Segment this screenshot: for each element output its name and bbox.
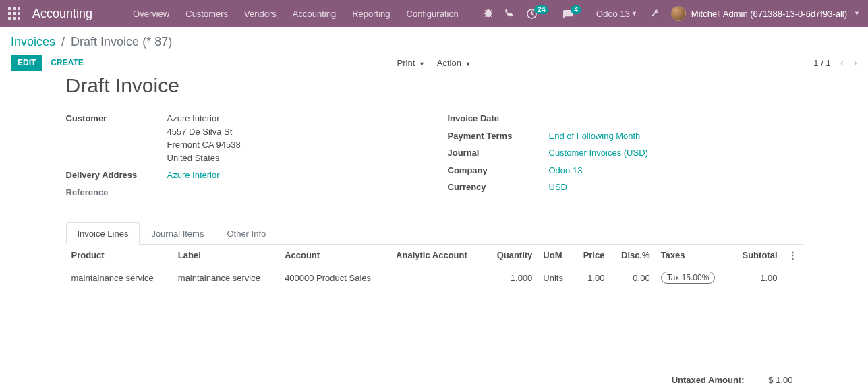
- th-subtotal[interactable]: Subtotal: [730, 245, 782, 266]
- activity-badge: 24: [534, 5, 548, 14]
- pager-text: 1 / 1: [813, 58, 830, 68]
- caret-down-icon: ▼: [419, 61, 425, 67]
- action-dropdown[interactable]: Action ▼: [437, 58, 471, 68]
- th-label[interactable]: Label: [173, 245, 279, 266]
- pager-prev[interactable]: ‹: [840, 56, 844, 69]
- invoice-lines-table: Product Label Account Analytic Account Q…: [66, 245, 803, 290]
- form-sheet: Draft Invoice Customer Azure Interior 45…: [50, 74, 819, 391]
- svg-rect-2: [18, 7, 20, 10]
- delivery-label: Delivery Address: [66, 169, 167, 182]
- action-label: Action: [437, 58, 461, 68]
- svg-rect-6: [8, 17, 11, 20]
- create-button[interactable]: CREATE: [51, 58, 83, 67]
- wrench-icon[interactable]: [649, 9, 659, 18]
- address-line2: Fremont CA 94538: [167, 138, 421, 152]
- menu-overview[interactable]: Overview: [133, 9, 169, 19]
- menu-vendors[interactable]: Vendors: [244, 9, 277, 19]
- menu-customers[interactable]: Customers: [185, 9, 228, 19]
- app-brand[interactable]: Accounting: [32, 7, 92, 21]
- avatar: [671, 6, 686, 21]
- th-analytic[interactable]: Analytic Account: [390, 245, 484, 266]
- reference-label: Reference: [66, 186, 167, 200]
- breadcrumb: Invoices / Draft Invoice (* 87): [0, 27, 868, 55]
- table-row[interactable]: maintainance service maintainance servic…: [66, 266, 803, 290]
- journal-link[interactable]: Customer Invoices (USD): [549, 146, 803, 160]
- cell-account: 400000 Product Sales: [279, 266, 390, 290]
- totals: Untaxed Amount: $ 1.00: [66, 371, 803, 389]
- top-navbar: Accounting Overview Customers Vendors Ac…: [0, 0, 868, 27]
- cell-disc: 0.00: [610, 266, 655, 290]
- svg-rect-1: [13, 7, 16, 10]
- tax-pill: Tax 15.00%: [661, 272, 716, 284]
- untaxed-value: $ 1.00: [754, 372, 801, 388]
- company-switcher[interactable]: Odoo 13 ▼: [596, 9, 637, 19]
- cell-price: 1.00: [573, 266, 610, 290]
- cell-analytic: [390, 266, 484, 290]
- tab-invoice-lines[interactable]: Invoice Lines: [66, 222, 140, 245]
- chat-badge: 4: [571, 5, 581, 14]
- activity-icon[interactable]: 24: [527, 9, 551, 19]
- left-column: Customer Azure Interior 4557 De Silva St…: [66, 112, 421, 203]
- pager-next[interactable]: ›: [853, 56, 857, 69]
- edit-button[interactable]: EDIT: [11, 55, 42, 71]
- company-label: Company: [448, 164, 549, 177]
- th-taxes[interactable]: Taxes: [656, 245, 730, 266]
- menu-configuration[interactable]: Configuration: [407, 9, 459, 19]
- svg-rect-7: [13, 17, 16, 20]
- delivery-link[interactable]: Azure Interior: [167, 169, 421, 182]
- cell-product: maintainance service: [66, 266, 173, 290]
- company-link[interactable]: Odoo 13: [549, 164, 803, 177]
- address-line1: 4557 De Silva St: [167, 125, 421, 139]
- breadcrumb-root[interactable]: Invoices: [11, 35, 55, 49]
- th-disc[interactable]: Disc.%: [610, 245, 655, 266]
- user-name: Mitchell Admin (671388-13-0-6d7f93-all): [691, 9, 847, 19]
- cell-quantity: 1.000: [485, 266, 538, 290]
- menu-accounting[interactable]: Accounting: [293, 9, 336, 19]
- pager-current: 1: [813, 58, 818, 68]
- chat-icon[interactable]: 4: [563, 9, 584, 19]
- th-uom[interactable]: UoM: [538, 245, 573, 266]
- tab-other-info[interactable]: Other Info: [215, 222, 277, 245]
- svg-rect-8: [18, 17, 20, 20]
- menu-reporting[interactable]: Reporting: [352, 9, 390, 19]
- right-column: Invoice Date Payment Terms End of Follow…: [448, 112, 803, 203]
- page-title: Draft Invoice: [66, 74, 803, 97]
- customer-label: Customer: [66, 112, 167, 164]
- cell-taxes: Tax 15.00%: [656, 266, 730, 290]
- th-quantity[interactable]: Quantity: [485, 245, 538, 266]
- reference-value: [167, 186, 421, 200]
- svg-rect-0: [8, 7, 11, 10]
- control-bar: Invoices / Draft Invoice (* 87) EDIT CRE…: [0, 27, 868, 78]
- phone-icon[interactable]: [505, 9, 515, 18]
- currency-label: Currency: [448, 181, 549, 194]
- breadcrumb-sep: /: [61, 35, 65, 49]
- bug-icon[interactable]: [484, 9, 493, 18]
- th-price[interactable]: Price: [573, 245, 610, 266]
- caret-down-icon: ▼: [631, 10, 637, 17]
- print-label: Print: [397, 58, 415, 68]
- svg-rect-4: [13, 12, 16, 15]
- cell-label: maintainance service: [173, 266, 279, 290]
- pager: 1 / 1 ‹ ›: [813, 56, 857, 69]
- print-dropdown[interactable]: Print ▼: [397, 58, 425, 68]
- cell-uom: Units: [538, 266, 573, 290]
- svg-rect-5: [18, 12, 20, 15]
- user-menu[interactable]: Mitchell Admin (671388-13-0-6d7f93-all) …: [671, 6, 860, 21]
- invoice-date-value: [549, 112, 803, 125]
- caret-down-icon: ▼: [854, 10, 860, 17]
- tab-journal-items[interactable]: Journal Items: [140, 222, 215, 245]
- th-product[interactable]: Product: [66, 245, 173, 266]
- journal-label: Journal: [448, 146, 549, 160]
- svg-rect-3: [8, 12, 11, 15]
- payment-terms-label: Payment Terms: [448, 129, 549, 143]
- apps-icon[interactable]: [8, 7, 20, 20]
- th-more[interactable]: ⋮: [783, 245, 803, 266]
- tabs: Invoice Lines Journal Items Other Info: [66, 222, 803, 245]
- currency-link[interactable]: USD: [549, 181, 803, 194]
- th-account[interactable]: Account: [279, 245, 390, 266]
- payment-terms-link[interactable]: End of Following Month: [549, 129, 803, 143]
- main-menu: Overview Customers Vendors Accounting Re…: [133, 9, 459, 19]
- breadcrumb-current: Draft Invoice (* 87): [71, 35, 172, 49]
- customer-link[interactable]: Azure Interior: [167, 112, 421, 125]
- caret-down-icon: ▼: [465, 61, 471, 67]
